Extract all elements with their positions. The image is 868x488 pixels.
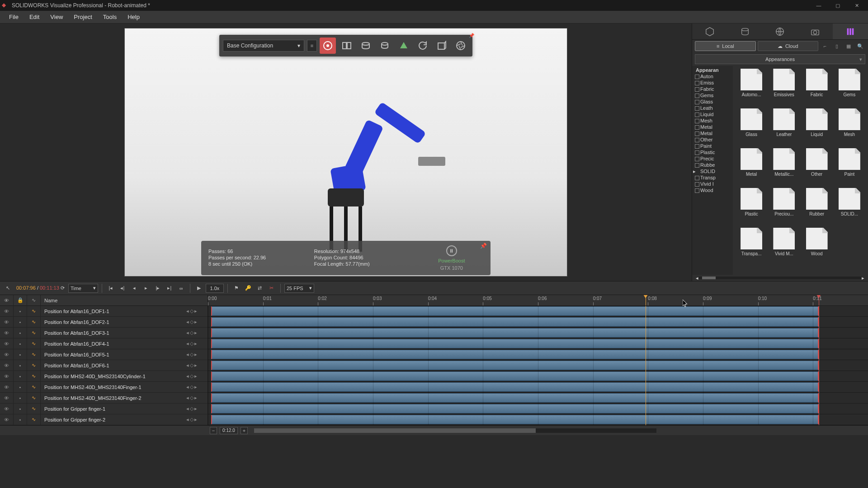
grid-view-button[interactable]: ▦ <box>844 41 854 51</box>
asset-folder[interactable]: Wood <box>801 228 833 267</box>
viewport[interactable]: 📌 Base Configuration ▾ ≡ <box>124 28 567 277</box>
key-indicator[interactable]: ◇ <box>190 406 193 412</box>
step-forward-button[interactable]: |▸ <box>153 283 163 293</box>
lock-column-header[interactable]: 🔒 <box>14 295 27 306</box>
tree-item[interactable]: Mesh <box>692 117 733 124</box>
animation-clip[interactable] <box>211 339 818 348</box>
play-range-button[interactable]: ▶ <box>194 283 204 293</box>
zoom-value[interactable]: 0:12.0 <box>220 427 238 434</box>
track-row[interactable]: 👁•∿Position for Abfan16_DOF1-1◂ ◇ ▸ <box>0 306 208 317</box>
lock-toggle[interactable]: • <box>14 349 27 360</box>
playhead[interactable] <box>646 295 646 305</box>
tab-appearances[interactable] <box>727 23 763 39</box>
track-row[interactable]: 👁•∿Position for MHS2-40D_MHS23140Cylinde… <box>0 371 208 382</box>
asset-folder[interactable]: Leather <box>768 108 800 147</box>
prev-key-button[interactable]: ◂ <box>186 384 189 390</box>
tree-item[interactable]: Auton <box>692 73 733 80</box>
visibility-toggle[interactable]: 👁 <box>0 338 14 349</box>
fps-select[interactable]: 25 FPS▾ <box>284 284 314 293</box>
key-indicator[interactable]: ◇ <box>190 330 193 336</box>
animation-clip[interactable] <box>211 393 818 403</box>
visibility-toggle[interactable]: 👁 <box>0 349 14 360</box>
split-view-button[interactable] <box>339 38 355 54</box>
asset-folder[interactable]: SOLID... <box>834 188 865 227</box>
keyframe-flag-button[interactable]: ⚑ <box>231 283 241 293</box>
new-folder-button[interactable]: ⌐ <box>820 41 830 51</box>
asset-folder[interactable]: Mesh <box>834 108 865 147</box>
lock-toggle[interactable]: • <box>14 371 27 382</box>
tab-cameras[interactable] <box>797 23 833 39</box>
cut-button[interactable]: ✂ <box>267 283 277 293</box>
next-key-button[interactable]: ▸ <box>194 308 197 314</box>
next-key-button[interactable]: ▸ <box>194 417 197 422</box>
animation-clip[interactable] <box>211 382 818 392</box>
curve-toggle[interactable]: ∿ <box>27 371 41 382</box>
asset-folder[interactable]: Glass <box>736 108 767 147</box>
play-reverse-button[interactable]: ◂ <box>129 283 139 293</box>
camera-aperture-button[interactable] <box>453 38 469 54</box>
prev-key-button[interactable]: ◂ <box>186 406 189 412</box>
next-key-button[interactable]: ▸ <box>194 352 197 357</box>
environment-button[interactable] <box>377 38 393 54</box>
selection-mode-button[interactable] <box>320 38 336 54</box>
asset-folder[interactable]: Metallic... <box>768 148 800 187</box>
tree-item[interactable]: SOLID <box>692 168 733 174</box>
asset-folder[interactable]: Liquid <box>801 108 833 147</box>
close-button[interactable]: ✕ <box>847 0 866 11</box>
tab-models[interactable] <box>692 23 727 39</box>
category-dropdown[interactable]: Appearances <box>695 54 865 64</box>
visibility-toggle[interactable]: 👁 <box>0 404 14 414</box>
curve-toggle[interactable]: ∿ <box>27 414 41 425</box>
track-row[interactable]: 👁•∿Position for Abfan16_DOF4-1◂ ◇ ▸ <box>0 338 208 349</box>
track-row[interactable]: 👁•∿Position for Abfan16_DOF2-1◂ ◇ ▸ <box>0 317 208 328</box>
key-indicator[interactable]: ◇ <box>190 352 193 357</box>
scroll-right-icon[interactable]: ▸ <box>862 275 864 281</box>
play-button[interactable]: ▸ <box>141 283 151 293</box>
asset-folder[interactable]: Metal <box>736 148 767 187</box>
render-settings-button[interactable] <box>434 38 450 54</box>
curve-toggle[interactable]: ∿ <box>27 317 41 328</box>
animation-tool-button[interactable]: ↖ <box>3 283 13 293</box>
timeline-scrollbar[interactable] <box>254 428 656 433</box>
curve-toggle[interactable]: ∿ <box>27 382 41 393</box>
visibility-column-header[interactable]: 👁 <box>0 295 14 306</box>
key-indicator[interactable]: ◇ <box>190 341 193 347</box>
lock-toggle[interactable]: • <box>14 338 27 349</box>
curve-toggle[interactable]: ∿ <box>27 349 41 360</box>
visibility-toggle[interactable]: 👁 <box>0 317 14 328</box>
tree-item[interactable]: Wood <box>692 187 733 193</box>
tree-item[interactable]: Emiss <box>692 80 733 86</box>
prev-key-button[interactable]: ◂ <box>186 319 189 325</box>
menu-view[interactable]: View <box>45 12 68 22</box>
visibility-toggle[interactable]: 👁 <box>0 414 14 425</box>
menu-edit[interactable]: Edit <box>24 12 45 22</box>
lock-toggle[interactable]: • <box>14 393 27 404</box>
loop-button[interactable]: ∞ <box>176 283 186 293</box>
menu-tools[interactable]: Tools <box>98 12 122 22</box>
scene-tree-button[interactable] <box>396 38 412 54</box>
visibility-toggle[interactable]: 👁 <box>0 382 14 393</box>
time-mode-select[interactable]: Time▾ <box>68 284 98 293</box>
tree-item[interactable]: Leath <box>692 105 733 111</box>
cloud-tab[interactable]: ☁Cloud <box>758 41 819 51</box>
tab-scenes[interactable] <box>763 23 798 39</box>
curve-toggle[interactable]: ∿ <box>27 328 41 338</box>
appearance-paint-button[interactable] <box>358 38 374 54</box>
pin-icon[interactable]: 📌 <box>469 33 474 38</box>
tree-item[interactable]: Vivid I <box>692 181 733 187</box>
zoom-out-button[interactable]: − <box>210 427 217 434</box>
curve-toggle[interactable]: ∿ <box>27 393 41 404</box>
key-indicator[interactable]: ◇ <box>190 384 193 390</box>
end-marker[interactable] <box>819 295 819 305</box>
lock-toggle[interactable]: • <box>14 328 27 338</box>
curve-toggle[interactable]: ∿ <box>27 404 41 414</box>
asset-folder[interactable]: Transpa... <box>736 228 767 267</box>
next-key-button[interactable]: ▸ <box>194 341 197 347</box>
lock-toggle[interactable]: • <box>14 382 27 393</box>
tree-item[interactable]: Paint <box>692 143 733 149</box>
animation-clip[interactable] <box>211 306 818 316</box>
next-key-button[interactable]: ▸ <box>194 395 197 401</box>
track-row[interactable]: 👁•∿Position for Abfan16_DOF3-1◂ ◇ ▸ <box>0 328 208 338</box>
key-indicator[interactable]: ◇ <box>190 362 193 368</box>
tree-item[interactable]: Precic <box>692 155 733 162</box>
